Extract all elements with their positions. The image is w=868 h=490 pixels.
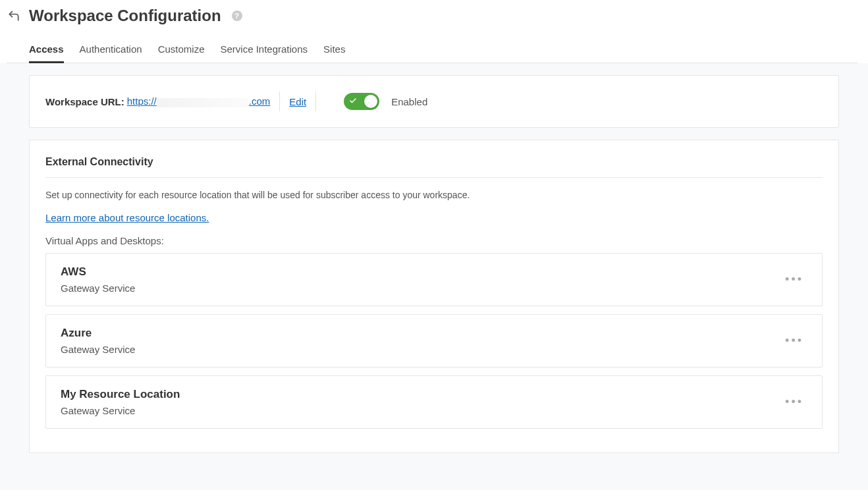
divider <box>315 92 316 111</box>
url-suffix: .com <box>249 95 271 107</box>
tab-access[interactable]: Access <box>29 38 64 63</box>
resource-name: My Resource Location <box>61 388 180 401</box>
help-icon[interactable]: ? <box>232 11 242 21</box>
resource-subtitle: Gateway Service <box>61 344 135 355</box>
external-connectivity-card: External Connectivity Set up connectivit… <box>29 140 839 453</box>
tab-sites[interactable]: Sites <box>323 38 345 63</box>
workspace-url-label: Workspace URL: <box>45 96 124 107</box>
more-icon[interactable]: ••• <box>781 330 807 352</box>
divider <box>279 92 280 111</box>
enabled-toggle[interactable] <box>344 93 379 110</box>
workspace-url-card: Workspace URL: https://.com Edit Enabled <box>29 75 839 128</box>
resource-row-my-resource-location: My Resource Location Gateway Service ••• <box>45 375 823 429</box>
page-title: Workspace Configuration <box>29 7 221 25</box>
section-title: External Connectivity <box>45 156 823 178</box>
subsection-label: Virtual Apps and Desktops: <box>45 235 823 246</box>
more-icon[interactable]: ••• <box>781 391 807 413</box>
resource-subtitle: Gateway Service <box>61 283 135 294</box>
resource-row-azure: Azure Gateway Service ••• <box>45 314 823 368</box>
url-redacted <box>157 98 249 107</box>
tab-authentication[interactable]: Authentication <box>80 38 142 63</box>
resource-name: AWS <box>61 265 135 279</box>
learn-more-link[interactable]: Learn more about resource locations. <box>45 212 209 223</box>
toggle-knob <box>364 95 377 108</box>
tab-service-integrations[interactable]: Service Integrations <box>220 38 308 63</box>
workspace-url-link[interactable]: https://.com <box>127 95 271 107</box>
edit-link[interactable]: Edit <box>289 96 306 107</box>
tab-customize[interactable]: Customize <box>158 38 205 63</box>
resource-subtitle: Gateway Service <box>61 405 180 416</box>
more-icon[interactable]: ••• <box>781 269 807 290</box>
resource-name: Azure <box>61 327 135 340</box>
check-icon <box>349 97 357 107</box>
url-prefix: https:// <box>127 95 157 107</box>
back-arrow-icon[interactable] <box>7 9 21 23</box>
tab-bar: Access Authentication Customize Service … <box>7 38 857 63</box>
resource-row-aws: AWS Gateway Service ••• <box>45 253 823 306</box>
toggle-state-label: Enabled <box>391 96 427 107</box>
section-description: Set up connectivity for each resource lo… <box>45 190 823 200</box>
